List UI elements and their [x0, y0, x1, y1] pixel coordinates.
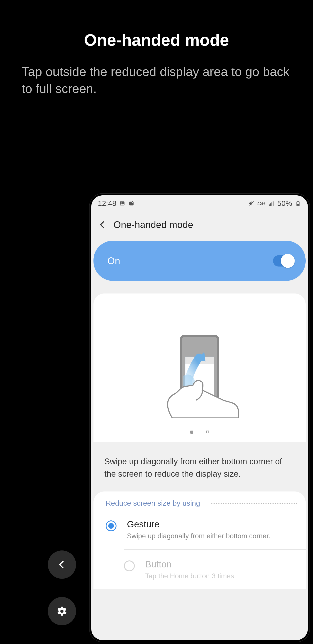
one-handed-settings-button[interactable] [48, 597, 76, 625]
page-title: One-handed mode [113, 219, 193, 230]
page-dot-2 [206, 430, 209, 433]
battery-percent: 50% [277, 199, 292, 208]
page-header: One-handed mode [91, 208, 308, 241]
battery-icon [295, 200, 301, 206]
toggle-knob [281, 254, 295, 268]
gear-icon [56, 606, 67, 616]
network-type-label: 4G+ [257, 201, 266, 206]
option-subtitle: Swipe up diagonally from either bottom c… [127, 531, 270, 541]
page-dot-1 [190, 430, 193, 434]
status-bar: 12:48 4G+ 50% [91, 196, 308, 208]
expand-back-button[interactable] [48, 550, 76, 579]
chevron-left-icon [98, 220, 107, 230]
radio-selected-icon [106, 520, 116, 531]
back-button[interactable] [98, 220, 107, 230]
svg-rect-5 [269, 204, 270, 206]
phone-graphic [180, 335, 219, 415]
svg-point-1 [121, 202, 122, 203]
picture-icon [119, 200, 125, 206]
overlay-subtext: Tap outside the reduced display area to … [22, 63, 291, 97]
reduced-display-area[interactable]: 12:48 4G+ 50% One-handed mode On [89, 194, 310, 642]
page-indicator[interactable] [190, 430, 209, 434]
mute-icon [248, 200, 255, 206]
gesture-description: Swipe up diagonally from either bottom c… [104, 455, 295, 480]
status-time: 12:48 [98, 199, 116, 208]
svg-rect-6 [270, 204, 271, 206]
radio-unselected-icon [124, 560, 135, 571]
option-subtitle: Tap the Home button 3 times. [145, 571, 236, 581]
option-title: Gesture [127, 519, 270, 530]
option-gesture[interactable]: Gesture Swipe up diagonally from either … [93, 510, 306, 549]
svg-rect-8 [273, 201, 274, 206]
svg-rect-10 [298, 201, 299, 202]
overlay-title: One-handed mode [0, 30, 313, 50]
location-icon [128, 200, 135, 206]
master-toggle-switch[interactable] [273, 255, 295, 266]
section-header: Reduce screen size by using [93, 499, 306, 510]
svg-rect-11 [297, 204, 299, 206]
illustration-card [93, 294, 306, 442]
chevron-left-icon [56, 559, 67, 570]
svg-point-3 [132, 200, 133, 202]
option-button[interactable]: Button Tap the Home button 3 times. [124, 549, 306, 590]
reduce-method-section: Reduce screen size by using Gesture Swip… [93, 492, 306, 590]
svg-rect-7 [272, 202, 272, 206]
option-title: Button [145, 559, 236, 570]
divider-dotted [211, 503, 297, 504]
master-toggle-row[interactable]: On [93, 241, 306, 281]
gesture-illustration [104, 306, 295, 409]
signal-icon [268, 200, 275, 206]
master-toggle-label: On [107, 256, 120, 266]
